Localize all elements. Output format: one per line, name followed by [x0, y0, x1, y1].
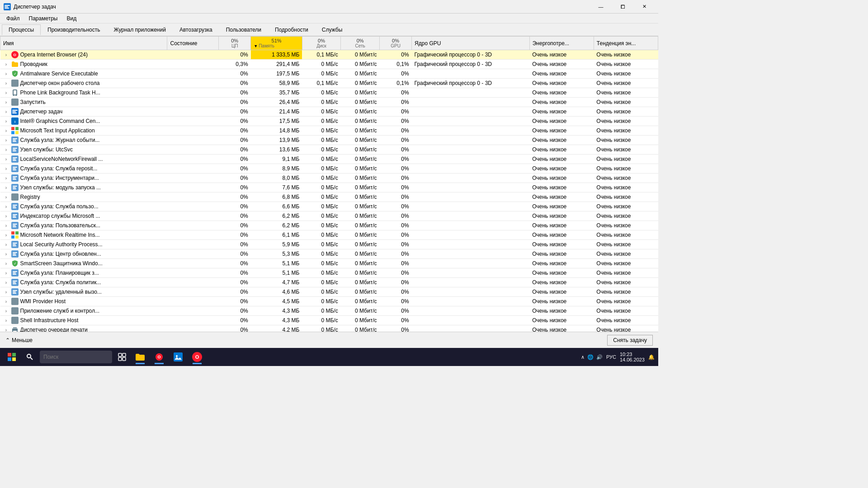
tab-app-history[interactable]: Журнал приложений [107, 24, 173, 35]
expand-icon[interactable]: › [3, 222, 9, 229]
taskbar-lang[interactable]: РУС [606, 354, 616, 360]
expand-icon[interactable]: › [3, 70, 9, 77]
table-row[interactable]: › Индексатор службы Microsoft ... 0% 6,2… [0, 211, 658, 221]
menu-view[interactable]: Вид [62, 14, 81, 23]
table-row[interactable]: › O Opera Internet Browser (24) 0% 1 333… [0, 50, 658, 60]
menu-file[interactable]: Файл [2, 14, 24, 23]
expand-icon[interactable]: › [3, 156, 9, 162]
expand-icon[interactable]: › [3, 270, 9, 276]
expand-icon[interactable]: › [3, 241, 9, 248]
table-row[interactable]: › Служба узла: Центр обновлен... 0% 5,3 … [0, 249, 658, 259]
table-row[interactable]: › Проводник 0,3% 291,4 МБ 0 МБ/с 0 Мбит/… [0, 60, 658, 69]
tray-network[interactable]: 🌐 [587, 354, 594, 360]
taskbar-clock[interactable]: 10:23 14.06.2023 [620, 352, 645, 362]
tray-volume[interactable]: 🔊 [596, 354, 603, 360]
fewer-button[interactable]: ⌃ Меньше [5, 337, 33, 343]
table-row[interactable]: › Диспетчер окон рабочего стола 0% 58,9 … [0, 79, 658, 88]
expand-icon[interactable]: › [3, 80, 9, 86]
table-row[interactable]: › Служба узла: Пользовательск... 0% 6,2 … [0, 221, 658, 230]
expand-icon[interactable]: › [3, 279, 9, 286]
expand-icon[interactable]: › [3, 327, 9, 332]
expand-icon[interactable]: › [3, 251, 9, 257]
table-row[interactable]: › Служба узла: Служба пользо... 0% 6,6 М… [0, 202, 658, 211]
table-row[interactable]: › Служба узла: Служба reposit... 0% 8,9 … [0, 164, 658, 174]
tab-services[interactable]: Службы [315, 24, 349, 35]
table-row[interactable]: › Приложение служб и контрол... 0% 4,3 М… [0, 306, 658, 316]
expand-icon[interactable]: › [3, 52, 9, 58]
tab-users[interactable]: Пользователи [219, 24, 268, 35]
col-header-power-trend[interactable]: Тенденция эн... [594, 37, 658, 50]
search-button[interactable] [22, 349, 38, 365]
table-row[interactable]: › Служба узла: Инструментари... 0% 8,0 М… [0, 174, 658, 183]
end-task-button[interactable]: Снять задачу [607, 335, 653, 346]
table-row[interactable]: › WMI Provider Host 0% 4,5 МБ 0 МБ/с 0 М… [0, 297, 658, 306]
table-row[interactable]: › Служба узла: Планировщик з... 0% 5,1 М… [0, 268, 658, 278]
expand-icon[interactable]: › [3, 298, 9, 305]
expand-icon[interactable]: › [3, 194, 9, 200]
col-header-gpu-engine[interactable]: Ядро GPU [412, 37, 530, 50]
table-row[interactable]: › Служба узла: Журнал событи... 0% 13,9 … [0, 136, 658, 145]
tab-details[interactable]: Подробности [268, 24, 315, 35]
table-row[interactable]: › Phone Link Background Task H... 0% 35,… [0, 88, 658, 98]
table-row[interactable]: › Диспетчер задач 0% 21,4 МБ 0 МБ/с 0 Мб… [0, 107, 658, 117]
expand-icon[interactable]: › [3, 203, 9, 210]
expand-icon[interactable]: › [3, 108, 9, 115]
table-row[interactable]: › Local Security Authority Process... 0%… [0, 240, 658, 249]
task-view-button[interactable] [114, 349, 130, 365]
expand-icon[interactable]: › [3, 317, 9, 324]
tab-performance[interactable]: Производительность [41, 24, 107, 35]
expand-icon[interactable]: › [3, 127, 9, 134]
table-row[interactable]: › ✓ Antimalware Service Executable 0% 19… [0, 69, 658, 79]
tab-processes[interactable]: Процессы [2, 24, 41, 35]
expand-icon[interactable]: › [3, 99, 9, 105]
table-row[interactable]: › Shell Infrastructure Host 0% 4,3 МБ 0 … [0, 316, 658, 325]
col-header-net[interactable]: 0% Сеть [341, 37, 380, 50]
minimize-button[interactable]: — [590, 0, 611, 14]
tray-arrow[interactable]: ∧ [581, 354, 585, 360]
expand-icon[interactable]: › [3, 61, 9, 67]
expand-icon[interactable]: › [3, 213, 9, 219]
expand-icon[interactable]: › [3, 289, 9, 295]
start-button[interactable] [4, 349, 20, 365]
process-gpu: 0% [380, 240, 412, 249]
expand-icon[interactable]: › [3, 175, 9, 181]
taskbar-opera[interactable]: O [150, 349, 168, 365]
menu-options[interactable]: Параметры [24, 14, 62, 23]
table-row[interactable]: › Узел службы: модуль запуска ... 0% 7,6… [0, 183, 658, 192]
col-header-power[interactable]: Энергопотре... [529, 37, 594, 50]
expand-icon[interactable]: › [3, 184, 9, 191]
col-header-disk[interactable]: 0% Диск [302, 37, 340, 50]
table-row[interactable]: › Диспетчер очереди печати 0% 4,2 МБ 0 М… [0, 325, 658, 332]
col-header-status[interactable]: Состояние [167, 37, 219, 50]
table-row[interactable]: › Служба узла: Служба политик... 0% 4,7 … [0, 278, 658, 287]
table-row[interactable]: › Узел службы: удаленный вызо... 0% 4,6 … [0, 287, 658, 297]
col-header-gpu[interactable]: 0% GPU [380, 37, 412, 50]
taskbar-opera2[interactable]: O [188, 349, 206, 365]
col-header-cpu[interactable]: 0% ЦП [219, 37, 251, 50]
table-row[interactable]: › Registry 0% 6,8 МБ 0 МБ/с 0 Мбит/с 0% … [0, 192, 658, 202]
taskbar-file-explorer[interactable] [131, 349, 149, 365]
table-row[interactable]: › ✓ SmartScreen Защитника Windo... 0% 5,… [0, 259, 658, 268]
expand-icon[interactable]: › [3, 89, 9, 96]
maximize-button[interactable]: ⧠ [612, 0, 633, 14]
col-header-mem[interactable]: 51% ▼ Память [251, 37, 302, 50]
expand-icon[interactable]: › [3, 137, 9, 143]
expand-icon[interactable]: › [3, 232, 9, 238]
expand-icon[interactable]: › [3, 165, 9, 172]
table-row[interactable]: › Microsoft Network Realtime Ins... 0% 6… [0, 230, 658, 240]
table-row[interactable]: › i Intel® Graphics Command Cen... 0% 17… [0, 117, 658, 126]
close-button[interactable]: ✕ [634, 0, 655, 14]
taskbar-photos[interactable] [169, 349, 187, 365]
table-row[interactable]: › LocalServiceNoNetworkFirewall ... 0% 9… [0, 155, 658, 164]
table-row[interactable]: › Запустить 0% 26,4 МБ 0 МБ/с 0 Мбит/с 0… [0, 98, 658, 107]
col-header-name[interactable]: Имя [0, 37, 167, 50]
table-row[interactable]: › Microsoft Text Input Application 0% 14… [0, 126, 658, 136]
expand-icon[interactable]: › [3, 146, 9, 153]
expand-icon[interactable]: › [3, 118, 9, 124]
expand-icon[interactable]: › [3, 308, 9, 314]
tab-startup[interactable]: Автозагрузка [173, 24, 219, 35]
taskbar-search-input[interactable] [40, 351, 112, 363]
expand-icon[interactable]: › [3, 260, 9, 267]
taskbar-notification[interactable]: 🔔 [648, 354, 655, 360]
table-row[interactable]: › Узел службы: UtcSvc 0% 13,6 МБ 0 МБ/с … [0, 145, 658, 155]
